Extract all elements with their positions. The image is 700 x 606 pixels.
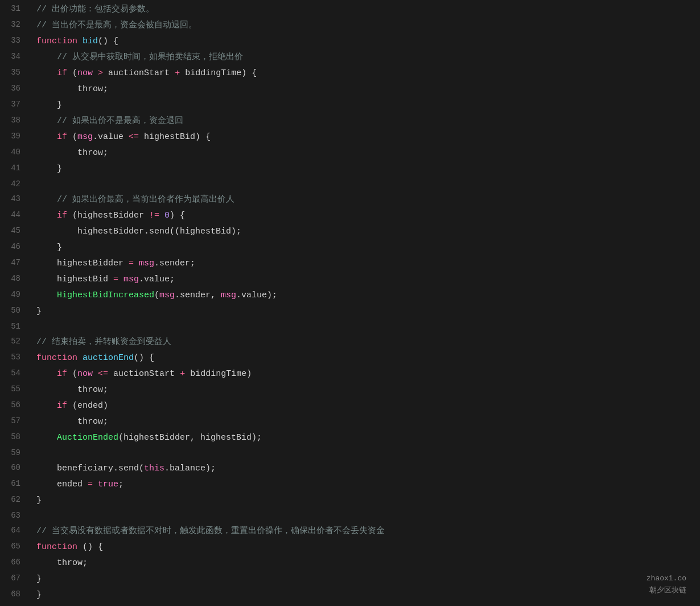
token-plain — [36, 369, 57, 379]
token-plain: throw; — [36, 148, 108, 158]
watermark-line1: zhaoxi.co — [647, 573, 686, 585]
token-plain — [159, 211, 164, 220]
token-kw: if — [57, 211, 67, 220]
token-op: > — [98, 68, 103, 78]
token-num: 0 — [164, 211, 170, 220]
line-code — [30, 447, 700, 461]
line-code: beneficiary.send(this.balance); — [30, 461, 700, 477]
token-plain: ) { — [170, 211, 185, 220]
table-row: 47 highestBidder = msg.sender; — [0, 256, 700, 272]
line-number: 66 — [0, 556, 30, 572]
table-row: 41 } — [0, 162, 700, 178]
token-plain: .value; — [139, 275, 175, 284]
token-kw: if — [57, 369, 67, 379]
line-number: 34 — [0, 50, 30, 66]
table-row: 66 throw; — [0, 556, 700, 572]
table-row: 38 // 如果出价不是最高，资金退回 — [0, 114, 700, 130]
line-number: 52 — [0, 335, 30, 351]
line-code: ended = true; — [30, 477, 700, 493]
line-code: } — [30, 162, 700, 178]
line-number: 47 — [0, 256, 30, 272]
line-code — [30, 509, 700, 524]
token-cm: // 如果出价最高，当前出价者作为最高出价人 — [36, 195, 234, 204]
token-plain — [77, 36, 83, 46]
line-code: function () { — [30, 540, 700, 556]
table-row: 45 highestBidder.send((highestBid); — [0, 224, 700, 240]
token-plain: throw; — [36, 385, 108, 395]
token-kw: if — [57, 132, 67, 142]
line-code: highestBid = msg.value; — [30, 272, 700, 288]
table-row: 62} — [0, 493, 700, 509]
code-lines: 31// 出价功能：包括交易参数。32// 当出价不是最高，资金会被自动退回。3… — [0, 2, 700, 604]
token-special: msg — [77, 132, 93, 142]
line-code: // 当出价不是最高，资金会被自动退回。 — [30, 18, 700, 34]
line-number: 44 — [0, 208, 30, 224]
table-row: 68} — [0, 588, 700, 604]
line-code: } — [30, 98, 700, 114]
token-plain: () { — [134, 353, 154, 363]
table-row: 46 } — [0, 240, 700, 256]
table-row: 36 throw; — [0, 82, 700, 98]
line-code: // 从交易中获取时间，如果拍卖结束，拒绝出价 — [30, 50, 700, 66]
token-plain: ( — [67, 132, 77, 142]
token-cm: // 如果出价不是最高，资金退回 — [36, 116, 183, 126]
line-number: 31 — [0, 2, 30, 18]
token-plain — [36, 211, 57, 220]
token-plain: () { — [77, 542, 103, 552]
token-special: msg — [139, 259, 154, 268]
table-row: 56 if (ended) — [0, 399, 700, 415]
token-plain: } — [36, 590, 42, 600]
line-number: 40 — [0, 146, 30, 162]
table-row: 34 // 从交易中获取时间，如果拍卖结束，拒绝出价 — [0, 50, 700, 66]
line-code: function bid() { — [30, 34, 700, 50]
token-kw: function — [36, 36, 77, 46]
token-op: = — [113, 275, 118, 284]
line-number: 50 — [0, 304, 30, 320]
line-number: 68 — [0, 588, 30, 604]
line-number: 64 — [0, 524, 30, 540]
line-code: if (ended) — [30, 399, 700, 415]
token-cm: // 出价功能：包括交易参数。 — [36, 5, 154, 14]
table-row: 61 ended = true; — [0, 477, 700, 493]
line-code: throw; — [30, 383, 700, 399]
line-number: 42 — [0, 178, 30, 193]
line-number: 55 — [0, 383, 30, 399]
line-code: highestBidder.send((highestBid); — [30, 224, 700, 240]
token-special: msg — [159, 290, 175, 300]
token-kw: function — [36, 353, 77, 363]
table-row: 58 AuctionEnded(highestBidder, highestBi… — [0, 431, 700, 447]
token-plain: .sender, — [175, 290, 221, 300]
line-number: 51 — [0, 320, 30, 335]
line-number: 33 — [0, 34, 30, 50]
line-number: 49 — [0, 288, 30, 304]
token-plain — [36, 433, 57, 443]
token-plain — [93, 480, 98, 489]
line-code: } — [30, 493, 700, 509]
token-event: AuctionEnded — [57, 433, 118, 443]
token-plain: throw; — [36, 417, 108, 427]
token-plain: } — [36, 164, 62, 174]
table-row: 52// 结束拍卖，并转账资金到受益人 — [0, 335, 700, 351]
table-row: 39 if (msg.value <= highestBid) { — [0, 130, 700, 146]
token-op: <= — [129, 132, 139, 142]
line-code: // 如果出价最高，当前出价者作为最高出价人 — [30, 193, 700, 208]
token-fn: bid — [83, 36, 98, 46]
token-plain — [36, 68, 57, 78]
line-number: 35 — [0, 66, 30, 82]
token-special: now — [77, 68, 93, 78]
line-code — [30, 320, 700, 335]
line-code: // 结束拍卖，并转账资金到受益人 — [30, 335, 700, 351]
table-row: 51 — [0, 320, 700, 335]
table-row: 57 throw; — [0, 415, 700, 431]
line-number: 67 — [0, 572, 30, 588]
token-plain: () { — [98, 36, 118, 46]
token-plain: (highestBidder, highestBid); — [118, 433, 262, 443]
line-code: highestBidder = msg.sender; — [30, 256, 700, 272]
line-number: 39 — [0, 130, 30, 146]
token-plain: highestBidder.send((highestBid); — [36, 227, 241, 236]
line-code: if (now > auctionStart + biddingTime) { — [30, 66, 700, 82]
token-plain — [93, 68, 98, 78]
token-plain: auctionStart — [103, 68, 175, 78]
token-op: != — [149, 211, 159, 220]
line-code: HighestBidIncreased(msg.sender, msg.valu… — [30, 288, 700, 304]
